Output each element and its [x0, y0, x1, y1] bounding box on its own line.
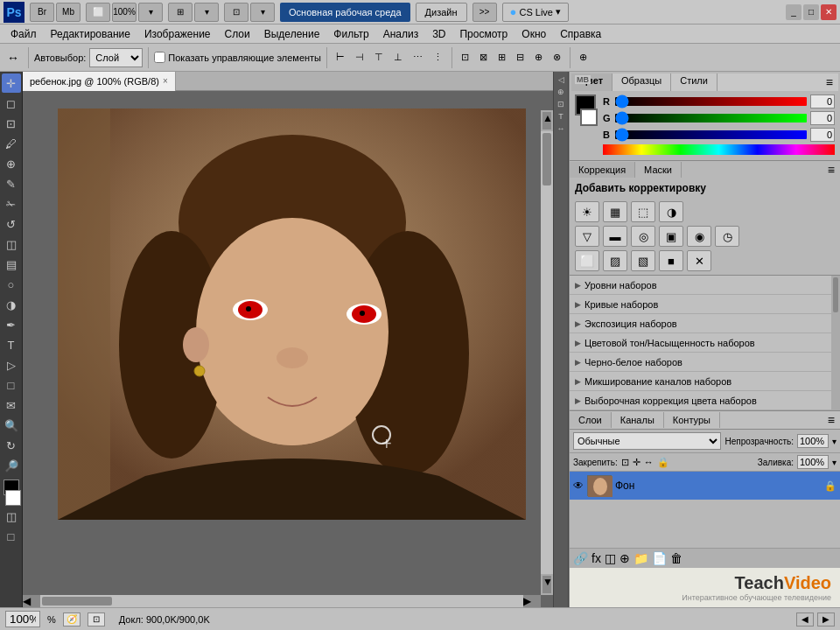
- layer-mode-select[interactable]: Обычные Умножение Экран: [573, 432, 721, 450]
- lock-all-icon[interactable]: 🔒: [657, 457, 669, 468]
- path-select-tool[interactable]: ▷: [2, 355, 21, 374]
- background-swatch[interactable]: [580, 108, 598, 126]
- clone-tool[interactable]: ✁: [2, 194, 21, 214]
- zoom-input[interactable]: [5, 611, 40, 627]
- exposure-icon[interactable]: ◑: [659, 201, 683, 222]
- design-btn[interactable]: Дизайн: [416, 3, 467, 22]
- invert-icon[interactable]: ⬜: [575, 250, 599, 271]
- selective-color-icon[interactable]: ✕: [687, 250, 711, 271]
- workspace-btn[interactable]: Основная рабочая среда: [280, 3, 410, 22]
- opacity-arrow[interactable]: ▾: [832, 437, 836, 446]
- brush-tool[interactable]: ✎: [2, 174, 21, 193]
- bridge-btn[interactable]: Br: [30, 3, 54, 22]
- posterize-icon[interactable]: ▨: [603, 250, 627, 271]
- adj-item-huesat[interactable]: ▶ Цветовой тон/Насыщенность наборов: [570, 333, 840, 353]
- adj-item-exposure[interactable]: ▶ Экспозиция наборов: [570, 314, 840, 333]
- swatches-tab[interactable]: Образцы: [612, 74, 671, 91]
- arrange-dropdown-btn[interactable]: ▾: [194, 3, 219, 22]
- layer-effects-btn[interactable]: fx: [592, 551, 601, 565]
- horizontal-scrollbar[interactable]: ◀ ▶: [23, 595, 541, 607]
- lasso-tool[interactable]: ◻: [2, 94, 21, 113]
- extras-dropdown-btn[interactable]: ▾: [250, 3, 275, 22]
- r-slider[interactable]: [615, 97, 807, 106]
- lock-move-icon[interactable]: ↔: [644, 457, 654, 467]
- menu-edit[interactable]: Редактирование: [44, 26, 137, 42]
- quick-mask-tool[interactable]: ◫: [2, 507, 21, 526]
- fit-btn[interactable]: ⊡: [88, 612, 105, 626]
- menu-file[interactable]: Файл: [4, 26, 44, 42]
- adj-item-levels[interactable]: ▶ Уровни наборов: [570, 276, 840, 295]
- eyedropper2-tool[interactable]: 🔍: [2, 416, 21, 435]
- align-center-h-btn[interactable]: ⊣: [352, 47, 368, 68]
- hue-sat-icon[interactable]: ▬: [603, 226, 627, 247]
- adj-scrollbar[interactable]: [831, 276, 840, 410]
- menu-filter[interactable]: Фильтр: [326, 26, 375, 42]
- align-right-btn[interactable]: ⊤: [371, 47, 387, 68]
- mini-tool-3[interactable]: ⊡: [557, 100, 564, 108]
- correction-tab[interactable]: Коррекция: [570, 162, 635, 178]
- photo-filter-icon[interactable]: ◉: [687, 226, 711, 247]
- layer-eye-btn[interactable]: 👁: [573, 480, 584, 492]
- adj-item-selective[interactable]: ▶ Выборочная коррекция цвета наборов: [570, 391, 840, 410]
- menu-analysis[interactable]: Анализ: [376, 26, 426, 42]
- scroll-down-btn[interactable]: ▼: [542, 576, 551, 593]
- paths-tab[interactable]: Контуры: [664, 412, 720, 428]
- scroll-left-btn[interactable]: ◀: [23, 595, 40, 607]
- bw-icon[interactable]: ▣: [659, 226, 683, 247]
- menu-help[interactable]: Справка: [553, 26, 608, 42]
- status-next-btn[interactable]: ▶: [817, 612, 835, 626]
- layers-panel-menu-btn[interactable]: ≡: [822, 411, 840, 429]
- move-tool[interactable]: ✛: [2, 74, 21, 93]
- levels-icon[interactable]: ▦: [603, 201, 627, 222]
- color-spectrum[interactable]: [603, 144, 835, 155]
- menu-window[interactable]: Окно: [514, 26, 553, 42]
- cslive-btn[interactable]: ● CS Live ▾: [502, 3, 569, 22]
- mini-tool-2[interactable]: ⊕: [557, 88, 564, 96]
- dodge-tool[interactable]: ◑: [2, 295, 21, 314]
- menu-image[interactable]: Изображение: [137, 26, 218, 42]
- layers-tab[interactable]: Слои: [570, 412, 612, 428]
- distribute5-btn[interactable]: ⊕: [531, 47, 546, 68]
- adj-item-bw[interactable]: ▶ Черно-белое наборов: [570, 353, 840, 372]
- masks-tab[interactable]: Маски: [635, 162, 682, 178]
- transform-btn[interactable]: ⊕: [576, 47, 591, 68]
- layer-delete-btn[interactable]: 🗑: [670, 551, 682, 565]
- layer-link-btn[interactable]: 🔗: [573, 551, 588, 565]
- eraser-tool[interactable]: ◫: [2, 234, 21, 254]
- distribute3-btn[interactable]: ⊞: [494, 47, 509, 68]
- color-balance-icon[interactable]: ◎: [631, 226, 655, 247]
- zoom-display-btn[interactable]: 100%: [112, 3, 136, 22]
- blur-tool[interactable]: ○: [2, 275, 21, 294]
- eyedropper-tool[interactable]: 🖊: [2, 134, 21, 153]
- layer-adj-btn[interactable]: ⊕: [620, 551, 630, 565]
- gradient-map-icon[interactable]: ■: [659, 250, 683, 271]
- styles-tab[interactable]: Стили: [671, 74, 718, 91]
- curves-icon[interactable]: ⬚: [631, 201, 655, 222]
- channels-tab[interactable]: Каналы: [612, 412, 664, 428]
- scroll-right-btn[interactable]: ▶: [523, 595, 541, 607]
- lock-pixels-icon[interactable]: ⊡: [621, 457, 629, 468]
- distribute6-btn[interactable]: ⊗: [550, 47, 564, 68]
- text-tool[interactable]: T: [2, 335, 21, 354]
- minimize-btn[interactable]: _: [786, 4, 802, 20]
- background-color[interactable]: [5, 490, 21, 506]
- healing-tool[interactable]: ⊕: [2, 154, 21, 173]
- mini-tool-5[interactable]: ↔: [557, 124, 565, 133]
- close-btn[interactable]: ✕: [821, 4, 836, 20]
- vertical-scrollbar[interactable]: ▲ ▼: [541, 110, 553, 595]
- b-slider[interactable]: [615, 130, 807, 139]
- align-center-v-btn[interactable]: ⋯: [410, 47, 426, 68]
- color-panel-menu-btn[interactable]: ≡: [821, 74, 838, 91]
- arrange-btn[interactable]: ⊞: [168, 3, 192, 22]
- status-prev-btn[interactable]: ◀: [796, 612, 814, 626]
- autovybor-select[interactable]: Слой Группа: [89, 48, 143, 67]
- minibr-btn[interactable]: Mb: [56, 3, 80, 22]
- adj-item-curves[interactable]: ▶ Кривые наборов: [570, 295, 840, 314]
- gradient-tool[interactable]: ▤: [2, 255, 21, 274]
- fill-input[interactable]: [797, 455, 829, 469]
- layer-mask-btn[interactable]: ◫: [605, 551, 616, 565]
- tab-close-btn[interactable]: ×: [163, 76, 168, 86]
- fill-arrow[interactable]: ▾: [832, 458, 836, 467]
- scroll-up-btn[interactable]: ▲: [542, 112, 551, 130]
- active-tab[interactable]: ребенок.jpg @ 100% (RGB/8) ×: [23, 72, 176, 91]
